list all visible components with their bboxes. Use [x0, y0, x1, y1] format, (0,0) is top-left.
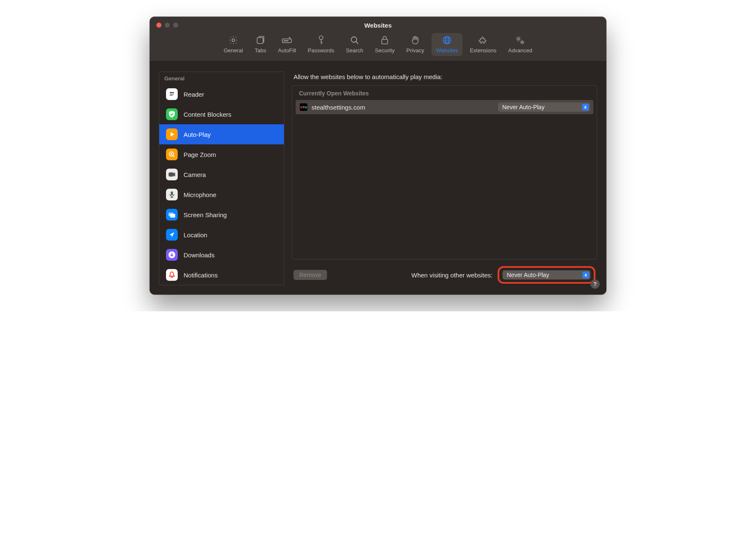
sidebar-item-reader[interactable]: Reader: [159, 84, 284, 104]
tab-search[interactable]: Search: [342, 33, 368, 56]
help-button[interactable]: ?: [590, 280, 600, 289]
svg-rect-18: [171, 192, 173, 195]
sidebar-item-label: Downloads: [184, 251, 215, 259]
lock-icon: [379, 35, 390, 46]
key-icon: [316, 35, 327, 46]
main-panel: Allow the websites below to automaticall…: [292, 72, 597, 285]
sidebar-item-screen-sharing[interactable]: Screen Sharing: [159, 205, 284, 225]
svg-point-3: [284, 41, 285, 41]
sidebar-item-auto-play[interactable]: Auto-Play: [159, 124, 284, 144]
svg-rect-1: [257, 38, 263, 44]
main-description: Allow the websites below to automaticall…: [292, 72, 597, 85]
zoom-window-button[interactable]: [173, 23, 178, 28]
highlight-callout: Never Auto-Play: [498, 266, 595, 284]
sidebar-item-label: Page Zoom: [184, 151, 216, 158]
tab-label: Extensions: [470, 47, 497, 54]
tab-label: Search: [346, 47, 363, 54]
microphone-icon: [166, 189, 178, 200]
sidebar-section-header: General: [159, 72, 284, 84]
bottom-controls: Remove When visiting other websites: Nev…: [292, 259, 597, 285]
sidebar-item-downloads[interactable]: Downloads: [159, 245, 284, 265]
reader-icon: [166, 88, 178, 100]
close-window-button[interactable]: [156, 23, 161, 28]
tab-label: General: [224, 47, 243, 54]
sidebar-item-label: Microphone: [184, 191, 216, 198]
sidebar-item-notifications[interactable]: Notifications: [159, 265, 284, 285]
tab-tabs[interactable]: Tabs: [250, 33, 270, 56]
svg-point-0: [232, 39, 235, 41]
tab-label: AutoFill: [278, 47, 296, 54]
other-websites-select[interactable]: Never Auto-Play: [503, 270, 590, 280]
gears-icon: [515, 35, 526, 46]
tab-passwords[interactable]: Passwords: [304, 33, 339, 56]
sidebar-item-camera[interactable]: Camera: [159, 164, 284, 185]
tab-websites[interactable]: Websites: [432, 33, 462, 56]
sidebar-item-label: Reader: [184, 91, 204, 98]
play-icon: [166, 128, 178, 140]
shield-check-icon: [166, 108, 178, 120]
site-domain: stealthsettings.com: [312, 104, 494, 111]
svg-point-7: [351, 37, 357, 42]
remove-button[interactable]: Remove: [294, 270, 327, 280]
sidebar-item-label: Auto-Play: [184, 131, 211, 138]
svg-point-11: [518, 38, 520, 40]
other-websites-label: When visiting other websites:: [411, 272, 493, 279]
sidebar-item-label: Notifications: [184, 272, 218, 279]
svg-rect-17: [169, 173, 174, 176]
svg-point-12: [521, 41, 523, 43]
sidebar: General Reader Content Blockers Auto-Pla…: [159, 72, 284, 285]
tab-privacy[interactable]: Privacy: [402, 33, 429, 56]
tab-general[interactable]: General: [220, 33, 247, 56]
tab-label: Advanced: [508, 47, 532, 54]
sidebar-item-microphone[interactable]: Microphone: [159, 185, 284, 205]
tab-label: Security: [375, 47, 395, 54]
minimize-window-button[interactable]: [165, 23, 170, 28]
sidebar-item-label: Camera: [184, 171, 206, 178]
camera-icon: [166, 169, 178, 180]
preferences-window: Websites General Tabs AutoFill: [150, 17, 606, 295]
tabs-icon: [255, 35, 266, 46]
pencil-field-icon: [281, 35, 292, 46]
svg-point-5: [287, 41, 288, 41]
site-policy-value: Never Auto-Play: [502, 104, 544, 110]
tab-security[interactable]: Security: [371, 33, 399, 56]
other-websites-value: Never Auto-Play: [507, 272, 549, 278]
tab-label: Websites: [436, 47, 458, 54]
sidebar-item-label: Screen Sharing: [184, 211, 227, 218]
sidebar-item-label: Content Blockers: [184, 111, 231, 118]
screens-icon: [166, 209, 178, 221]
magnifier-icon: [349, 35, 360, 46]
tab-advanced[interactable]: Advanced: [504, 33, 536, 56]
chevron-updown-icon: [582, 272, 589, 278]
tab-autofill[interactable]: AutoFill: [274, 33, 300, 56]
svg-point-6: [319, 36, 323, 40]
bell-icon: [166, 269, 178, 281]
titlebar: Websites General Tabs AutoFill: [150, 17, 606, 62]
list-header: Currently Open Websites: [292, 86, 597, 100]
content-area: General Reader Content Blockers Auto-Pla…: [150, 62, 606, 295]
website-list: Currently Open Websites STH stealthsetti…: [292, 85, 597, 259]
window-controls: [150, 17, 185, 28]
svg-rect-20: [170, 214, 175, 218]
svg-rect-14: [170, 94, 174, 94]
svg-point-4: [286, 41, 286, 41]
svg-rect-13: [170, 92, 174, 93]
site-policy-select[interactable]: Never Auto-Play: [498, 103, 590, 112]
sidebar-item-page-zoom[interactable]: Page Zoom: [159, 144, 284, 164]
hand-icon: [410, 35, 421, 46]
sidebar-item-content-blockers[interactable]: Content Blockers: [159, 104, 284, 124]
location-arrow-icon: [166, 229, 178, 241]
svg-rect-8: [382, 39, 388, 44]
tab-extensions[interactable]: Extensions: [466, 33, 501, 56]
window-title: Websites: [150, 17, 606, 29]
sidebar-item-location[interactable]: Location: [159, 225, 284, 245]
sidebar-item-label: Location: [184, 231, 207, 239]
website-row[interactable]: STH stealthsettings.com Never Auto-Play: [296, 100, 593, 114]
tab-label: Passwords: [308, 47, 335, 54]
download-icon: [166, 249, 178, 261]
zoom-icon: [166, 149, 178, 160]
tab-label: Privacy: [406, 47, 424, 54]
preferences-toolbar: General Tabs AutoFill Passwords: [150, 29, 606, 61]
gear-icon: [228, 35, 239, 46]
site-favicon: STH: [300, 103, 307, 111]
